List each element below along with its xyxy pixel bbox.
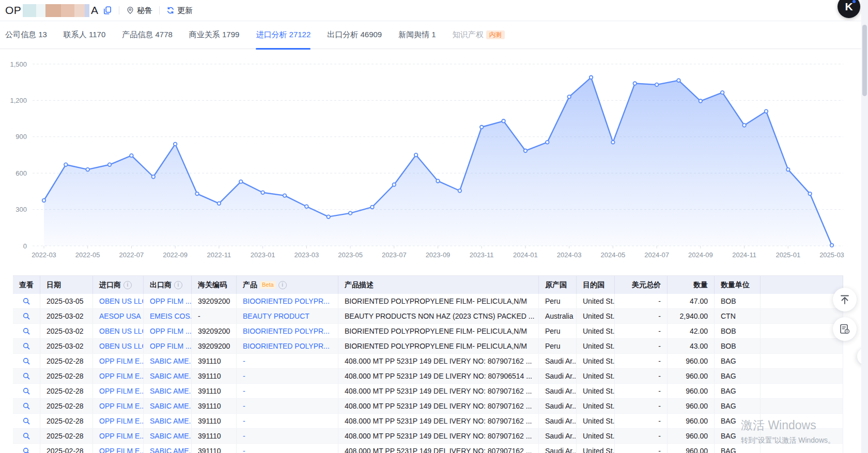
product-link[interactable]: - xyxy=(243,372,245,380)
importer-link[interactable]: OPP FILM E... xyxy=(99,402,144,410)
data-point[interactable] xyxy=(655,83,659,87)
tab-商业关系[interactable]: 商业关系 1799 xyxy=(189,21,240,49)
importer-link[interactable]: OPP FILM E... xyxy=(99,372,144,380)
back-to-top-button[interactable] xyxy=(833,288,857,311)
data-point[interactable] xyxy=(305,205,308,208)
tab-联系人[interactable]: 联系人 1170 xyxy=(64,21,105,49)
data-point[interactable] xyxy=(86,168,89,171)
info-icon[interactable]: i xyxy=(278,281,287,289)
product-link[interactable]: - xyxy=(243,417,245,425)
view-detail-button[interactable] xyxy=(13,339,40,353)
data-point[interactable] xyxy=(261,191,265,194)
tab-新闻舆情[interactable]: 新闻舆情 1 xyxy=(398,21,436,49)
product-link[interactable]: - xyxy=(243,447,245,453)
view-detail-button[interactable] xyxy=(13,324,40,338)
feedback-button[interactable] xyxy=(833,317,857,341)
data-point[interactable] xyxy=(742,123,746,127)
data-point[interactable] xyxy=(195,192,199,196)
product-link[interactable]: - xyxy=(243,387,245,395)
importer-link[interactable]: OPP FILM E... xyxy=(99,357,144,365)
data-point[interactable] xyxy=(42,199,46,202)
beta-badge: 内测 xyxy=(486,30,505,39)
exporter-link[interactable]: OPP FILM ... xyxy=(150,327,192,335)
product-link[interactable]: - xyxy=(243,402,245,410)
exporter-link[interactable]: SABIC AME... xyxy=(150,447,192,453)
view-detail-button[interactable] xyxy=(13,429,40,443)
tab-公司信息[interactable]: 公司信息 13 xyxy=(5,21,47,49)
tab-进口分析[interactable]: 进口分析 27122 xyxy=(256,21,311,49)
product-link[interactable]: BIOORIENTED POLYPR... xyxy=(243,327,330,335)
exporter-link[interactable]: SABIC AME... xyxy=(150,357,192,365)
product-link[interactable]: - xyxy=(243,357,245,365)
importer-link[interactable]: OPP FILM E... xyxy=(99,387,144,395)
data-point[interactable] xyxy=(174,143,177,146)
data-point[interactable] xyxy=(546,140,549,144)
exporter-link[interactable]: SABIC AME... xyxy=(150,432,192,440)
data-point[interactable] xyxy=(370,206,374,209)
data-point[interactable] xyxy=(152,175,156,179)
import-trend-chart[interactable]: 03006009001,2001,5002022-032022-052022-0… xyxy=(0,49,846,264)
data-point[interactable] xyxy=(130,154,133,158)
importer-link[interactable]: OBEN US LLC xyxy=(99,297,144,305)
data-point[interactable] xyxy=(502,119,505,123)
exporter-link[interactable]: SABIC AME... xyxy=(150,417,192,425)
view-detail-button[interactable] xyxy=(13,414,40,428)
data-point[interactable] xyxy=(327,215,330,218)
tab-知识产权[interactable]: 知识产权内测 xyxy=(453,21,505,49)
info-icon[interactable]: i xyxy=(123,281,132,289)
data-point[interactable] xyxy=(765,110,768,113)
data-point[interactable] xyxy=(590,76,593,80)
data-point[interactable] xyxy=(392,183,396,186)
importer-link[interactable]: OBEN US LLC xyxy=(99,327,144,335)
data-point[interactable] xyxy=(283,194,287,197)
view-detail-button[interactable] xyxy=(13,444,40,453)
exporter-link[interactable]: OPP FILM ... xyxy=(150,297,192,305)
tab-产品信息[interactable]: 产品信息 4778 xyxy=(122,21,173,49)
importer-link[interactable]: AESOP USA ... xyxy=(99,312,144,320)
data-point[interactable] xyxy=(458,189,462,193)
exporter-link[interactable]: OPP FILM ... xyxy=(150,342,192,350)
data-point[interactable] xyxy=(721,91,724,95)
importer-link[interactable]: OPP FILM E... xyxy=(99,432,144,440)
product-link[interactable]: - xyxy=(243,432,245,440)
data-point[interactable] xyxy=(808,192,812,196)
data-point[interactable] xyxy=(677,79,680,82)
data-point[interactable] xyxy=(567,95,571,99)
data-point[interactable] xyxy=(239,180,243,183)
view-detail-button[interactable] xyxy=(13,309,40,323)
data-point[interactable] xyxy=(64,163,68,166)
data-point[interactable] xyxy=(524,149,528,152)
data-point[interactable] xyxy=(436,179,440,183)
data-point[interactable] xyxy=(218,202,221,206)
view-detail-button[interactable] xyxy=(13,294,40,308)
exporter-link[interactable]: EMEIS COS... xyxy=(150,312,192,320)
exporter-link[interactable]: SABIC AME... xyxy=(150,387,192,395)
usd-cell: - xyxy=(615,339,668,353)
product-link[interactable]: BIOORIENTED POLYPR... xyxy=(243,342,330,350)
data-point[interactable] xyxy=(633,82,637,85)
copy-icon[interactable] xyxy=(103,6,112,15)
exporter-link[interactable]: SABIC AME... xyxy=(150,372,192,380)
data-point[interactable] xyxy=(414,153,418,157)
view-detail-button[interactable] xyxy=(13,354,40,368)
page-scrollbar xyxy=(861,0,868,453)
product-link[interactable]: BEAUTY PRODUCT xyxy=(243,312,309,320)
importer-link[interactable]: OBEN US LLC xyxy=(99,342,144,350)
refresh-button[interactable]: 更新 xyxy=(166,6,193,15)
data-point[interactable] xyxy=(786,168,790,171)
product-link[interactable]: BIOORIENTED POLYPR... xyxy=(243,297,330,305)
data-point[interactable] xyxy=(480,126,484,129)
data-point[interactable] xyxy=(349,211,352,215)
data-point[interactable] xyxy=(699,99,703,103)
view-detail-button[interactable] xyxy=(13,384,40,398)
info-icon[interactable]: i xyxy=(174,281,182,289)
data-point[interactable] xyxy=(611,140,615,144)
view-detail-button[interactable] xyxy=(13,369,40,383)
exporter-link[interactable]: SABIC AME... xyxy=(150,402,192,410)
data-point[interactable] xyxy=(108,163,112,166)
scrollbar-thumb[interactable] xyxy=(862,25,867,96)
importer-link[interactable]: OPP FILM E... xyxy=(99,417,144,425)
tab-出口分析[interactable]: 出口分析 46909 xyxy=(327,21,382,49)
importer-link[interactable]: OPP FILM E... xyxy=(99,447,144,453)
view-detail-button[interactable] xyxy=(13,399,40,413)
